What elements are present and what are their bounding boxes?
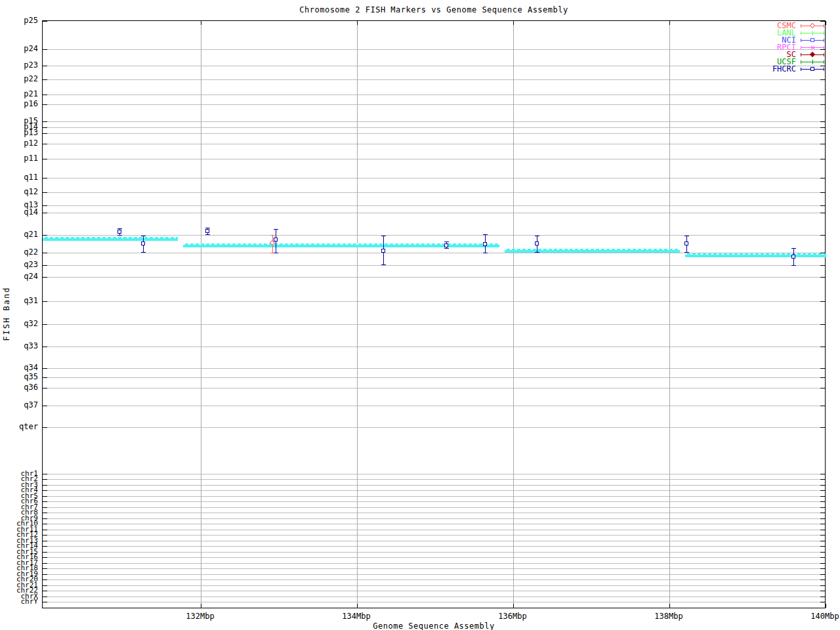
legend-label: FHCRC: [772, 66, 796, 73]
error-bar-cap-bottom: [274, 253, 278, 253]
y-axis-tick-right: [820, 368, 825, 369]
x-axis-tick-bottom: [513, 604, 514, 608]
y-axis-tick-left: [43, 127, 47, 128]
y-axis-tick-left: [43, 94, 47, 95]
gridline-vertical: [357, 21, 358, 608]
error-bar-cap-bottom: [535, 252, 539, 253]
gridline-horizontal: [43, 524, 825, 524]
legend-sample-cap-right: [824, 24, 824, 28]
y-tick-label: p24: [0, 45, 38, 52]
legend-sample-cap-left: [801, 46, 801, 49]
y-axis-tick-right: [820, 541, 825, 541]
gridline-horizontal: [43, 66, 825, 66]
y-axis-tick-left: [43, 507, 47, 508]
x-axis-tick-bottom: [357, 604, 358, 608]
x-axis-tick-top: [513, 21, 514, 25]
y-tick-label: p12: [0, 139, 38, 147]
y-axis-tick-right: [820, 144, 825, 144]
y-axis-tick-left: [43, 144, 47, 144]
gridline-horizontal: [43, 324, 825, 325]
y-axis-tick-right: [820, 574, 825, 575]
y-axis-tick-left: [43, 133, 47, 134]
gridline-horizontal: [43, 518, 825, 519]
y-axis-tick-right: [820, 507, 825, 508]
gridline-horizontal: [43, 574, 825, 575]
gridline-horizontal: [43, 368, 825, 369]
y-axis-tick-left: [43, 501, 47, 502]
fish-marker-chart: Chromosome 2 FISH Markers vs Genome Sequ…: [0, 0, 840, 630]
y-axis-tick-right: [820, 485, 825, 486]
legend-sample-cap-left: [801, 32, 801, 35]
x-axis-title: Genome Sequence Assembly: [42, 621, 826, 630]
y-axis-tick-right: [820, 602, 825, 602]
y-axis-tick-left: [43, 546, 47, 547]
gridline-horizontal: [43, 563, 825, 564]
y-axis-tick-right: [820, 579, 825, 580]
y-axis-tick-left: [43, 178, 47, 178]
gridline-horizontal: [43, 479, 825, 480]
y-axis-tick-left: [43, 388, 47, 388]
y-axis-tick-right: [820, 377, 825, 378]
square-marker-icon: [444, 243, 448, 247]
y-axis-tick-left: [43, 159, 47, 159]
y-axis-tick-left: [43, 301, 47, 302]
gridline-horizontal: [43, 541, 825, 541]
square-marker-icon: [274, 238, 278, 242]
gridline-horizontal: [43, 104, 825, 105]
y-axis-tick-left: [43, 368, 47, 369]
y-axis-tick-right: [820, 474, 825, 474]
y-axis-tick-right: [820, 518, 825, 519]
y-axis-tick-right: [820, 94, 825, 95]
legend-sample-diamond-filled: [801, 52, 824, 58]
fish-band-segment: [685, 253, 826, 257]
legend-sample-cap-right: [824, 60, 824, 64]
y-tick-label: q11: [0, 173, 38, 181]
y-axis-tick-right: [820, 205, 825, 206]
gridline-horizontal: [43, 546, 825, 547]
y-axis-tick-left: [43, 324, 47, 325]
gridline-horizontal: [43, 388, 825, 388]
y-axis-tick-left: [43, 568, 47, 569]
y-axis-tick-right: [820, 406, 825, 406]
x-axis-tick-top: [669, 21, 670, 25]
gridline-horizontal: [43, 490, 825, 491]
y-tick-label: p11: [0, 154, 38, 162]
y-axis-tick-left: [43, 66, 47, 66]
gridline-horizontal: [43, 133, 825, 134]
y-axis-tick-left: [43, 406, 47, 406]
y-axis-tick-left: [43, 192, 47, 193]
legend-sample-cap-left: [801, 53, 801, 56]
y-axis-tick-right: [820, 301, 825, 302]
y-axis-tick-right: [820, 127, 825, 128]
legend-sample-cap-right: [824, 32, 824, 35]
y-axis-tick-left: [43, 277, 47, 278]
gridline-horizontal: [43, 277, 825, 278]
y-axis-tick-right: [820, 530, 825, 530]
x-tick-label: 136Mbp: [486, 612, 539, 621]
square-marker-icon: [791, 255, 795, 259]
y-axis-tick-right: [820, 496, 825, 497]
legend-sample-plus: [801, 30, 824, 36]
x-axis-tick-bottom: [669, 604, 670, 608]
y-tick-label: q35: [0, 373, 38, 381]
gridline-horizontal: [43, 265, 825, 266]
y-axis-tick-right: [820, 192, 825, 193]
error-bar-cap-bottom: [117, 235, 122, 236]
chart-title: Chromosome 2 FISH Markers vs Genome Sequ…: [42, 5, 826, 14]
y-axis-tick-right: [820, 235, 825, 236]
gridline-horizontal: [43, 144, 825, 144]
error-bar-cap-bottom: [791, 265, 796, 266]
y-axis-tick-left: [43, 213, 47, 213]
square-marker-icon: [483, 242, 487, 246]
error-bar-cap-top: [791, 248, 796, 249]
gridline-horizontal: [43, 474, 825, 474]
y-axis-tick-left: [43, 479, 47, 480]
error-bar-cap-bottom: [483, 253, 488, 253]
gridline-horizontal: [43, 496, 825, 497]
y-axis-tick-left: [43, 535, 47, 536]
legend-sample-square: [801, 66, 824, 72]
legend-sample-cap-right: [824, 39, 824, 42]
fish-band-dash-pattern: [505, 249, 680, 250]
y-tick-label: q21: [0, 230, 38, 238]
gridline-horizontal: [43, 602, 825, 602]
